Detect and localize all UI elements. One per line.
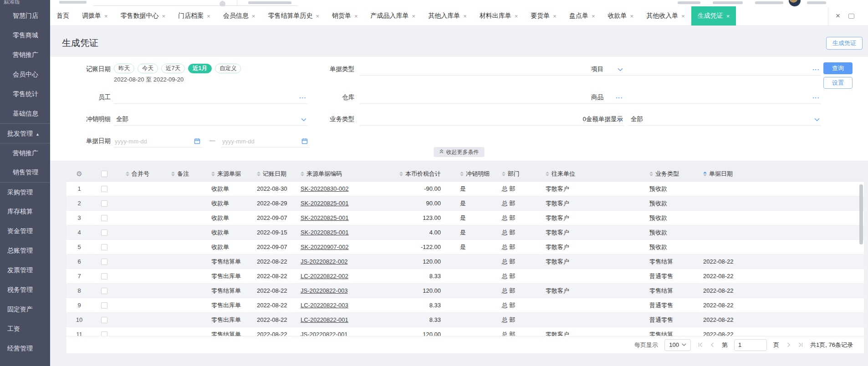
generate-voucher-button[interactable]: 生成凭证 — [826, 37, 863, 50]
row-checkbox[interactable] — [101, 186, 107, 192]
tab-close-icon[interactable] — [104, 13, 108, 19]
next-page-button[interactable] — [786, 342, 791, 348]
row-checkbox[interactable] — [101, 288, 107, 294]
doc-date-end-input[interactable] — [221, 135, 310, 147]
tab-close-icon[interactable] — [463, 13, 467, 19]
sidebar-item[interactable]: 营销推广 — [0, 143, 50, 163]
tab[interactable]: 零售数据中心 — [114, 6, 172, 25]
row-checkbox[interactable] — [101, 229, 107, 236]
row-checkbox[interactable] — [101, 200, 107, 207]
doc-date-start-input[interactable] — [114, 135, 202, 147]
column-header[interactable]: 记账日期 — [248, 170, 291, 178]
calendar-icon[interactable] — [301, 138, 308, 146]
source-doc-code-link[interactable]: SK-20220907-002 — [291, 244, 360, 250]
tab[interactable]: 销货单 — [326, 6, 364, 25]
table-row[interactable]: 6 零售结算单 2022-08-22 JS-20220822-002 120.0… — [66, 254, 864, 269]
page-number-input[interactable] — [734, 339, 767, 351]
source-doc-code-link[interactable]: SK-20220825-001 — [291, 229, 360, 236]
sort-icon[interactable] — [502, 172, 505, 176]
sort-icon[interactable] — [399, 172, 403, 176]
tab-close-icon[interactable] — [316, 13, 319, 19]
sidebar-item[interactable]: 零售统计 — [0, 84, 50, 104]
sidebar-item[interactable]: 智慧门店 — [0, 6, 50, 25]
sidebar-item[interactable]: 批发管理▲ — [0, 123, 50, 143]
tab-close-icon[interactable] — [630, 13, 634, 19]
tab[interactable]: 生成凭证 — [691, 6, 736, 25]
tab[interactable]: 其他收入单 — [640, 6, 691, 25]
employee-picker[interactable]: ··· — [114, 92, 307, 104]
settings-button[interactable]: 设置 — [823, 77, 853, 89]
table-row[interactable]: 7 零售出库单 2022-08-22 LC-20220822-002 8.33 … — [66, 269, 864, 284]
column-header[interactable]: 部门 — [493, 170, 536, 178]
tab-close-icon[interactable] — [726, 13, 730, 19]
tab[interactable]: 首页 — [50, 6, 76, 25]
date-quick-pill[interactable]: 昨天 — [114, 64, 134, 73]
table-row[interactable]: 4 收款单 2022-09-15 SK-20220825-001 4.00 是 … — [66, 225, 864, 240]
sidebar-item[interactable]: 会员中心 — [0, 65, 50, 84]
column-header[interactable]: 合并号 — [117, 170, 162, 178]
tab-close-icon[interactable] — [412, 13, 416, 19]
goods-picker[interactable]: ··· — [612, 92, 821, 104]
row-checkbox[interactable] — [101, 244, 107, 250]
collapse-more-filters[interactable]: 收起更多条件 — [434, 147, 485, 157]
row-checkbox[interactable] — [101, 317, 107, 323]
tab[interactable]: 其他入库单 — [422, 6, 473, 25]
tab-list-icon[interactable] — [848, 14, 854, 19]
date-quick-pill[interactable]: 今天 — [138, 64, 158, 73]
table-row[interactable]: 8 零售结算单 2022-08-22 JS-20220822-003 120.0… — [66, 284, 864, 298]
source-doc-code-link[interactable]: LC-20220822-002 — [291, 273, 360, 280]
project-picker[interactable]: ··· — [612, 63, 821, 76]
sidebar-item[interactable]: 发票管理 — [0, 260, 50, 280]
tab-close-icon[interactable] — [252, 13, 255, 19]
vertical-scrollbar[interactable] — [859, 184, 863, 244]
row-checkbox[interactable] — [101, 259, 107, 265]
source-doc-code-link[interactable]: JS-20220822-002 — [291, 258, 360, 265]
source-doc-code-link[interactable]: SK-20220830-002 — [291, 185, 360, 192]
sort-icon[interactable] — [301, 172, 304, 176]
tab-close-icon[interactable] — [207, 13, 210, 19]
tab-close-icon[interactable] — [515, 13, 518, 19]
tab-close-icon[interactable] — [162, 13, 166, 19]
table-row[interactable]: 3 收款单 2022-09-07 SK-20220825-001 123.00 … — [66, 211, 864, 225]
sidebar-item[interactable]: 固定资产 — [0, 300, 50, 319]
sidebar-item[interactable]: 销售管理 — [0, 163, 50, 182]
tab[interactable]: 会员信息 — [217, 6, 262, 25]
user-avatar[interactable] — [789, 0, 801, 6]
source-doc-code-link[interactable]: SK-20220825-001 — [291, 200, 360, 207]
date-quick-pill[interactable]: 近1月 — [188, 64, 212, 73]
tab[interactable]: 要货单 — [524, 6, 563, 25]
sidebar-item[interactable]: 经营管理 — [0, 339, 50, 358]
sort-icon[interactable] — [126, 172, 129, 176]
select-all-checkbox[interactable] — [101, 171, 107, 177]
column-header[interactable]: 冲销明细 — [451, 170, 493, 178]
calendar-icon[interactable] — [194, 138, 200, 146]
prev-page-button[interactable] — [710, 342, 715, 348]
sort-icon[interactable] — [257, 172, 260, 176]
sidebar-item[interactable]: 零售商城 — [0, 25, 50, 45]
sidebar-item[interactable]: 采购管理 — [0, 182, 50, 202]
table-row[interactable]: 11 零售结算单 2022-08-22 JS-20220822-001 120.… — [66, 327, 864, 336]
table-row[interactable]: 10 零售出库单 2022-08-22 LC-20220822-001 8.33… — [66, 313, 864, 327]
column-header[interactable]: 来源单据编码 — [291, 170, 360, 178]
table-row[interactable]: 9 零售出库单 2022-08-22 LC-20220822-003 8.33 … — [66, 298, 864, 313]
zero-amount-select[interactable]: 全部 — [628, 113, 821, 126]
tab[interactable]: 盘点单 — [563, 6, 602, 25]
tab-close-icon[interactable] — [354, 13, 358, 19]
row-checkbox[interactable] — [101, 331, 107, 336]
sort-icon[interactable] — [703, 172, 707, 176]
table-row[interactable]: 1 收款单 2022-08-30 SK-20220830-002 -90.00 … — [66, 182, 864, 196]
sidebar-item[interactable]: 资金管理 — [0, 221, 50, 241]
tab[interactable]: 材料出库单 — [473, 6, 525, 25]
source-doc-code-link[interactable]: SK-20220825-001 — [291, 214, 360, 221]
tab[interactable]: 调拨单 — [76, 6, 114, 25]
sort-icon[interactable] — [460, 172, 464, 176]
source-doc-code-link[interactable]: JS-20220822-001 — [291, 331, 360, 336]
tab-close-icon[interactable] — [553, 13, 557, 19]
source-doc-code-link[interactable]: LC-20220822-001 — [291, 316, 360, 323]
column-header[interactable]: 本币价税合计 — [360, 170, 451, 178]
column-header[interactable]: 往来单位 — [536, 170, 640, 178]
column-header[interactable]: 业务类型 — [640, 170, 694, 178]
sidebar-item[interactable]: 税务管理 — [0, 280, 50, 300]
source-doc-code-link[interactable]: JS-20220822-003 — [291, 287, 360, 294]
table-row[interactable]: 2 收款单 2022-08-29 SK-20220825-001 90.00 是… — [66, 196, 864, 211]
